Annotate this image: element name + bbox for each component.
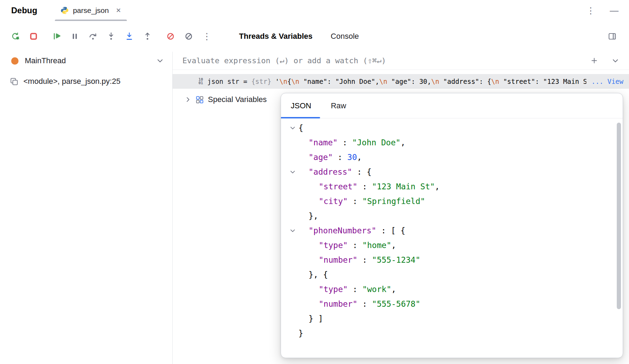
variable-type: {str} — [251, 78, 271, 85]
json-tree-row[interactable]: "number" : "555-5678" — [281, 297, 623, 311]
json-tree-row[interactable]: { — [281, 121, 623, 135]
step-into-button[interactable] — [103, 29, 119, 44]
json-tree-row[interactable]: }, { — [281, 267, 623, 282]
stack-frame-item[interactable]: <module>, parse_json.py:25 — [0, 77, 172, 86]
string-viewer-popup: JSON Raw {"name" : "John Doe","age" : 30… — [281, 93, 623, 358]
escape-sequence: \n — [279, 78, 287, 85]
scrollbar-thumb[interactable] — [617, 123, 621, 309]
json-line-text: "address" : { — [309, 167, 371, 176]
view-breakpoints-button[interactable] — [163, 29, 178, 44]
escape-sequence: \n — [379, 78, 387, 85]
json-tree-row[interactable]: "city" : "Springfield" — [281, 194, 623, 209]
tool-window-title: Debug — [11, 6, 37, 15]
add-to-watches-icon[interactable] — [590, 57, 598, 65]
json-line-text: "city" : "Springfield" — [319, 197, 425, 206]
json-tree-row[interactable]: "address" : { — [281, 165, 623, 179]
step-into-my-code-icon — [124, 31, 134, 41]
step-into-my-code-button[interactable] — [122, 29, 137, 44]
thread-name: MainThread — [25, 56, 66, 65]
special-variables-label: Special Variables — [208, 95, 267, 104]
tab-json[interactable]: JSON — [281, 93, 321, 118]
json-tree-row[interactable]: "phoneNumbers" : [ { — [281, 223, 623, 238]
rerun-icon — [10, 31, 20, 41]
chevron-down-icon[interactable] — [612, 57, 619, 65]
python-icon — [60, 6, 69, 15]
binary-digits-bottom: 01 — [198, 81, 203, 85]
chevron-down-icon[interactable] — [287, 125, 298, 131]
resume-icon — [52, 31, 62, 41]
variable-equals: = — [239, 78, 251, 85]
json-tree-row[interactable]: }, — [281, 209, 623, 223]
evaluate-placeholder: Evaluate expression (↵) or add a watch (… — [182, 56, 386, 65]
resume-button[interactable] — [49, 29, 64, 44]
hide-window-icon[interactable]: — — [610, 6, 619, 15]
step-out-button[interactable] — [140, 29, 155, 44]
frames-icon — [10, 77, 19, 86]
json-tree-row[interactable]: "type" : "work", — [281, 282, 623, 297]
json-tree-row[interactable]: "number" : "555-1234" — [281, 253, 623, 267]
view-link[interactable]: View — [607, 78, 623, 85]
stack-frame-label: <module>, parse_json.py:25 — [23, 77, 121, 86]
titlebar-controls: ⋮ — — [586, 6, 629, 15]
close-icon[interactable]: ✕ — [116, 7, 121, 14]
json-line-text: "type" : "home", — [319, 241, 396, 250]
json-line-text: }, { — [309, 270, 328, 279]
json-tree-row[interactable]: } — [281, 326, 623, 341]
variable-value: '\n{\n "name": "John Doe",\n "age": 30,\… — [275, 78, 587, 85]
thread-selector[interactable]: MainThread — [0, 52, 172, 69]
variable-name: json_str — [207, 78, 239, 85]
chevron-down-icon[interactable] — [287, 227, 298, 234]
step-over-icon — [88, 31, 98, 41]
tab-raw[interactable]: Raw — [321, 93, 356, 118]
stop-button[interactable] — [26, 29, 41, 44]
step-over-button[interactable] — [85, 29, 101, 44]
json-line-text: } — [298, 329, 303, 338]
chevron-down-icon[interactable] — [287, 169, 298, 175]
evaluate-expression-input[interactable]: Evaluate expression (↵) or add a watch (… — [173, 52, 629, 70]
truncation-ellipsis: ... — [591, 78, 603, 85]
variable-code: json_str = {str} '\n{\n "name": "John Do… — [207, 78, 586, 85]
escape-sequence: \n — [491, 78, 499, 85]
pause-icon — [70, 31, 80, 41]
mute-breakpoints-button[interactable] — [181, 29, 196, 44]
rerun-debugger-button[interactable] — [8, 29, 23, 44]
json-line-text: } ] — [309, 314, 323, 323]
evaluate-row-icons — [590, 57, 623, 65]
muted-breakpoint-icon — [184, 31, 194, 41]
frames-panel: MainThread <module>, parse_json.py:25 — [0, 52, 173, 364]
json-line-text: { — [298, 123, 303, 132]
layout-icon — [608, 32, 617, 41]
tool-window-tabs: Threads & Variables Console — [230, 21, 368, 52]
layout-settings-button[interactable] — [605, 29, 620, 44]
string-fragment: "address": { — [439, 78, 491, 85]
chevron-down-icon[interactable] — [156, 57, 164, 65]
pause-button[interactable] — [67, 29, 82, 44]
breakpoint-circle-icon — [166, 31, 175, 41]
variable-view-link-wrap: ... View — [591, 78, 623, 85]
tab-console[interactable]: Console — [321, 21, 368, 52]
debug-session-tab[interactable]: parse_json ✕ — [56, 0, 125, 21]
escape-sequence: \n — [431, 78, 439, 85]
titlebar: Debug parse_json ✕ ⋮ — — [0, 0, 629, 21]
json-tree-row[interactable]: "name" : "John Doe", — [281, 135, 623, 150]
json-viewer-body: {"name" : "John Doe","age" : 30,"address… — [281, 118, 623, 358]
json-tree-row[interactable]: "age" : 30, — [281, 150, 623, 165]
session-tab-label: parse_json — [73, 6, 109, 15]
tab-threads-variables[interactable]: Threads & Variables — [230, 21, 321, 52]
json-line-text: "number" : "555-5678" — [319, 299, 420, 308]
json-tree-row[interactable]: "street" : "123 Main St", — [281, 179, 623, 194]
chevron-right-icon[interactable] — [185, 96, 191, 103]
step-out-icon — [143, 31, 152, 41]
json-tree-row[interactable]: "type" : "home", — [281, 238, 623, 253]
variable-row-json-str[interactable]: 10 01 json_str = {str} '\n{\n "name": "J… — [173, 74, 629, 89]
string-fragment: { — [287, 78, 291, 85]
string-fragment: "street": "123 Main St", — [499, 78, 586, 85]
viewer-tabs: JSON Raw — [281, 93, 623, 118]
more-options-icon[interactable]: ⋮ — [586, 6, 595, 15]
toolbar-more-icon[interactable]: ⋮ — [199, 29, 215, 44]
stop-icon — [29, 31, 38, 41]
thread-status-icon — [11, 57, 19, 65]
json-tree-row[interactable]: } ] — [281, 311, 623, 326]
view-as-string-icon[interactable]: 10 01 — [198, 78, 203, 85]
special-variables-icon — [195, 95, 204, 104]
